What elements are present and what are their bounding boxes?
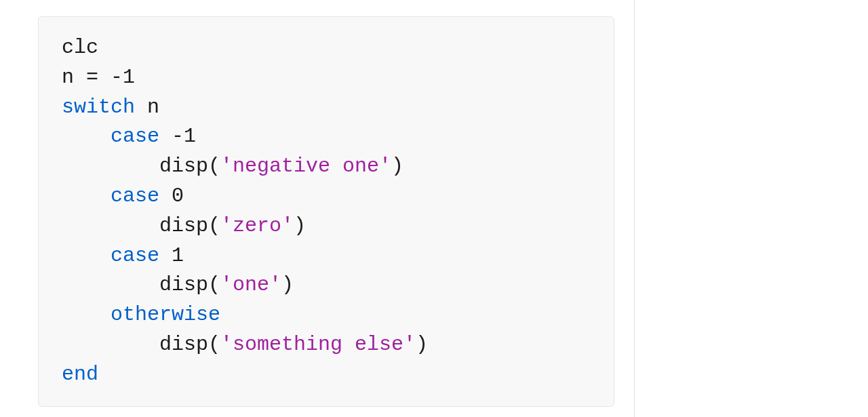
code-content: clc n = -1 switch n case -1 disp('negati… [62, 33, 591, 390]
indent [62, 333, 159, 356]
disp-post: ) [294, 214, 306, 237]
disp-pre: disp( [159, 333, 220, 356]
code-line-3b: n [135, 96, 159, 119]
code-block: clc n = -1 switch n case -1 disp('negati… [38, 16, 614, 407]
keyword-switch: switch [62, 96, 135, 119]
string-literal: 'something else' [220, 333, 416, 356]
string-literal: 'zero' [220, 214, 294, 237]
indent [62, 273, 159, 296]
indent [62, 214, 159, 237]
indent [62, 303, 111, 326]
disp-post: ) [391, 155, 403, 178]
string-literal: 'one' [220, 273, 281, 296]
indent [62, 155, 159, 178]
string-literal: 'negative one' [220, 155, 391, 178]
code-line-1: clc [62, 36, 98, 59]
vertical-divider [634, 0, 635, 417]
keyword-end: end [62, 363, 98, 386]
case2-val: 0 [159, 184, 184, 207]
keyword-otherwise: otherwise [111, 303, 220, 326]
case3-val: 1 [159, 244, 184, 267]
case1-val: -1 [159, 125, 196, 148]
indent [62, 244, 111, 267]
code-line-2b: -1 [111, 66, 135, 89]
disp-pre: disp( [159, 155, 220, 178]
disp-post: ) [416, 333, 428, 356]
disp-post: ) [281, 273, 294, 296]
disp-pre: disp( [159, 214, 220, 237]
code-line-2a: n = [62, 66, 111, 89]
indent [62, 184, 111, 207]
keyword-case: case [111, 184, 159, 207]
disp-pre: disp( [159, 273, 220, 296]
indent [62, 125, 111, 148]
keyword-case: case [111, 125, 159, 148]
keyword-case: case [111, 244, 159, 267]
